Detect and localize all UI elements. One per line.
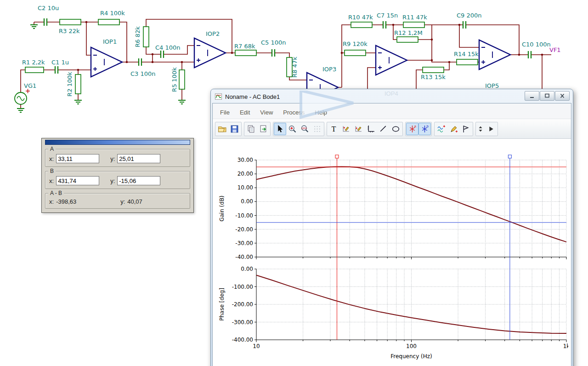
label-r14: R14 15k [454,51,479,57]
label-vg1: VG1 [24,82,36,89]
pen-button[interactable] [447,123,460,135]
axes: 30.0020.0010.000.00-10.00-20.00-30.00-40… [235,157,566,260]
label-vf1: VF1 [549,46,561,53]
label-r9: R9 120k [343,40,368,47]
cursor-a-handle[interactable] [335,155,339,158]
generator-vg1[interactable] [15,89,30,105]
cursor-a-y-input[interactable] [117,154,160,163]
curves-button[interactable] [435,123,447,135]
probe-input-icon [354,125,363,133]
zoom-in-icon [288,125,297,133]
save-button[interactable] [228,123,241,135]
cursor-b-button[interactable]: b [418,123,431,135]
menu-process[interactable]: Process [278,108,309,117]
svg-text:-200.00: -200.00 [232,301,253,308]
axes-button[interactable] [365,123,377,135]
cursor-b-y-input[interactable] [117,176,160,185]
minimize-icon [528,92,536,99]
app-canvas: { "circuit": { "labels": { "c2": "C2 10u… [0,0,588,366]
pen-icon [449,125,458,133]
svg-text:100: 100 [406,343,417,349]
svg-text:10.00: 10.00 [237,184,253,191]
zoom-100-button[interactable]: 100% [299,123,311,135]
menu-help[interactable]: Help [310,108,332,117]
group-ab-label: A - B [48,190,64,196]
toolbar-group-file [215,122,242,136]
flag-button[interactable] [460,123,472,135]
title-bar[interactable]: Noname - AC Bode1 [212,90,571,103]
label-r10: R10 47k [348,14,373,21]
minimize-button[interactable] [525,91,539,101]
toolbar-group-cursors: a b [405,122,432,136]
label-r6: R6 82k [134,26,141,47]
x-axis-title: Frequency (Hz) [390,353,432,360]
svg-text:20.00: 20.00 [237,171,253,177]
probe-output-icon [342,125,351,133]
copy-button[interactable] [245,123,257,135]
label-r1: R1 2,2k [22,59,45,66]
cursor-b-x-input[interactable] [56,176,99,185]
line-tool-icon [379,125,388,133]
cursor-group-a-minus-b: A - B x: -398,63 y: 40,07 [45,193,190,209]
cursor-a-x-input[interactable] [56,154,99,163]
ellipse-tool-button[interactable] [390,123,402,135]
menu-file[interactable]: File [215,108,234,117]
label-r4: R4 100k [100,10,125,17]
open-icon [218,125,226,133]
close-icon [559,92,566,99]
line-tool-button[interactable] [377,123,390,135]
svg-text:-100.00: -100.00 [232,284,253,290]
label-r7: R7 68k [234,43,255,50]
a-x-label: x: [49,155,54,162]
grid-button[interactable] [311,123,323,135]
zoom-100-icon: 100% [300,125,309,133]
menu-view[interactable]: View [255,108,277,117]
flag-icon [462,125,470,133]
label-iop3: IOP3 [322,66,336,73]
a-y-label: y: [110,155,115,162]
next-page-button[interactable] [485,123,497,135]
toolbar-group-curves [434,122,473,136]
open-button[interactable] [216,123,228,135]
text-tool-button[interactable]: T [328,123,340,135]
cursor-group-a: A x: y: [45,149,190,167]
label-c2: C2 10u [38,5,59,11]
svg-text:-300.00: -300.00 [232,319,253,326]
curves-icon [437,125,446,133]
export-image-icon [259,125,268,133]
label-iop1: IOP1 [103,38,117,45]
svg-text:-40.00: -40.00 [235,254,253,260]
label-r3: R3 22k [59,28,80,34]
b-y-label: y: [110,177,115,184]
probe-input-button[interactable] [352,123,365,135]
cursor-a-button[interactable]: a [406,123,418,135]
select-arrow-button[interactable] [274,123,286,135]
panel-title-strip[interactable] [45,140,190,145]
copy-icon [247,125,255,133]
label-c3: C3 100n [130,70,156,77]
label-c10: C10 100n [522,41,551,48]
spinner-control[interactable] [476,123,485,135]
close-button[interactable] [555,91,570,101]
svg-text:-30.00: -30.00 [235,240,253,246]
bode-window: Noname - AC Bode1 IOP4 File Edit View Pr… [210,89,573,366]
svg-text:a: a [414,125,417,128]
cursor-b-handle[interactable] [508,155,511,158]
gridlines [256,160,566,257]
svg-text:30.00: 30.00 [237,157,253,163]
bode-plot-area[interactable]: 30.0020.0010.000.00-10.00-20.00-30.00-40… [213,139,571,366]
toolbar-group-pager [475,122,498,136]
export-image-button[interactable] [257,123,270,135]
group-a-label: A [48,146,56,152]
maximize-button[interactable] [540,91,554,101]
bode-plots-svg[interactable]: 30.0020.0010.000.00-10.00-20.00-30.00-40… [213,139,568,366]
probe-output-button[interactable] [340,123,352,135]
group-b-label: B [48,168,56,174]
label-r12: R12 1,2M [394,29,423,36]
menu-edit[interactable]: Edit [235,108,254,117]
ab-x-value: -398,63 [56,198,88,205]
gridlines [256,269,566,340]
zoom-in-button[interactable] [286,123,299,135]
label-c9: C9 200n [457,12,482,19]
label-c1: C1 1u [51,59,69,66]
